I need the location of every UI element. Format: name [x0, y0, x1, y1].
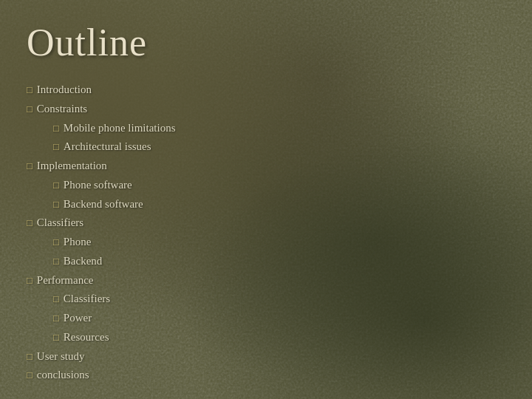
bullet-icon: □: [53, 197, 59, 212]
outline-list: □ Introduction □ Constraints □ Mobile ph…: [27, 81, 505, 384]
slide-background: Outline □ Introduction □ Constraints □ M…: [0, 0, 532, 399]
bullet-icon: □: [53, 139, 59, 154]
list-item: □ Constraints: [27, 100, 505, 118]
list-item: □ Architectural issues: [27, 137, 505, 156]
bullet-icon: □: [27, 101, 33, 117]
bullet-icon: □: [27, 367, 33, 383]
bullet-icon: □: [27, 82, 33, 98]
list-item: □ Classifiers: [27, 214, 505, 232]
bullet-icon: □: [53, 120, 59, 136]
bullet-icon: □: [53, 234, 59, 250]
item-label: Introduction: [37, 81, 92, 99]
item-label: Architectural issues: [64, 137, 151, 156]
bullet-icon: □: [53, 310, 59, 326]
item-label: User study: [37, 347, 85, 366]
item-label: Resources: [64, 328, 109, 347]
item-label: Mobile phone limitations: [64, 119, 176, 137]
bullet-icon: □: [27, 158, 33, 174]
item-label: Backend: [64, 252, 102, 270]
list-item: □ Introduction: [27, 81, 505, 99]
list-item: □ conclusions: [27, 366, 505, 384]
item-label: Constraints: [37, 100, 87, 118]
list-item: □ Backend: [27, 252, 505, 270]
item-label: Backend software: [64, 195, 143, 214]
bullet-icon: □: [53, 177, 59, 193]
bullet-icon: □: [53, 291, 59, 307]
slide-title: Outline: [27, 21, 505, 64]
slide-content: Outline □ Introduction □ Constraints □ M…: [0, 0, 532, 399]
item-label: Classifiers: [64, 290, 110, 308]
list-item: □ Backend software: [27, 195, 505, 214]
list-item: □ Performance: [27, 271, 505, 290]
item-label: Power: [64, 309, 92, 327]
item-label: Performance: [37, 271, 94, 290]
bullet-icon: □: [53, 253, 59, 269]
item-label: Implementation: [37, 157, 107, 175]
bullet-icon: □: [27, 273, 33, 288]
list-item: □ User study: [27, 347, 505, 366]
bullet-icon: □: [27, 349, 33, 364]
item-label: Phone software: [64, 176, 132, 194]
item-label: Phone: [64, 233, 92, 251]
list-item: □ Resources: [27, 328, 505, 347]
list-item: □ Power: [27, 309, 505, 327]
list-item: □ Implementation: [27, 157, 505, 175]
list-item: □ Classifiers: [27, 290, 505, 308]
list-item: □ Mobile phone limitations: [27, 119, 505, 137]
item-label: Classifiers: [37, 214, 83, 232]
bullet-icon: □: [53, 330, 59, 345]
bullet-icon: □: [27, 215, 33, 231]
list-item: □ Phone: [27, 233, 505, 251]
list-item: □ Phone software: [27, 176, 505, 194]
item-label: conclusions: [37, 366, 89, 384]
